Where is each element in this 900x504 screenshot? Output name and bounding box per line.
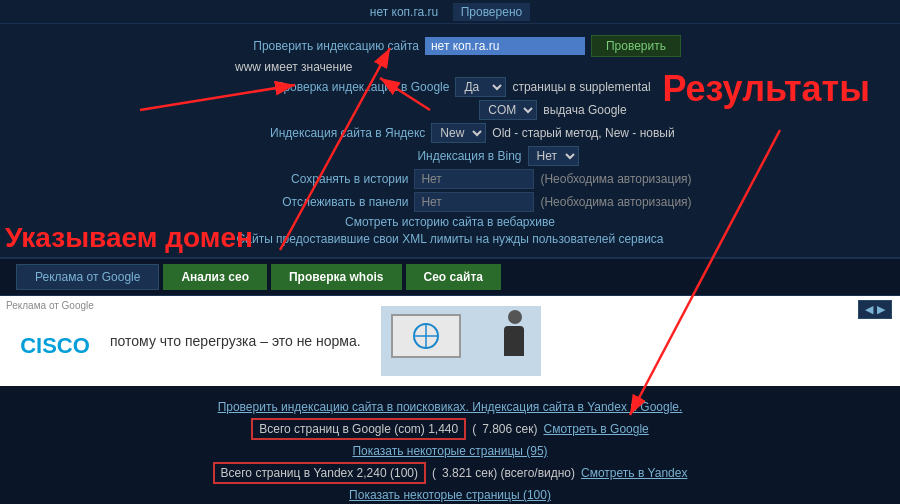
google-pages-link[interactable]: Показать некоторые страницы (95) (352, 444, 547, 458)
supplemental-text: страницы в supplemental (512, 80, 650, 94)
results-section: Проверить индексацию сайта в поисковиках… (0, 386, 900, 504)
google-output-text: выдача Google (543, 103, 626, 117)
panel-input (414, 192, 534, 212)
google-results-box: Всего страниц в Google (com) 1,440 (251, 418, 466, 440)
yandex-link[interactable]: Смотреть в Yandex (581, 466, 687, 480)
google-results-text: Всего страниц в Google (com) 1,440 (259, 422, 458, 436)
google-time-val: 7.806 сек) (482, 422, 537, 436)
ukazyvayem-annotation: Указываем домен (5, 222, 253, 254)
google-check-label: Проверка индек..ации в Google (249, 80, 449, 94)
bing-row: Индексация в Bing Нет Да (20, 146, 880, 166)
google-pages-row: Показать некоторые страницы (95) (20, 444, 880, 458)
nav-tabs: Реклама от Google Анализ сео Проверка wh… (0, 258, 900, 296)
google-link[interactable]: Смотреть в Google (543, 422, 648, 436)
nav-tab-blank (10, 264, 12, 290)
top-bar-domain: нет коп.га.ru (370, 5, 438, 19)
history-row: Сохранять в истории (Необходима авториза… (20, 169, 880, 189)
bing-label: Индексация в Bing (322, 149, 522, 163)
tab-analiz[interactable]: Анализ сео (163, 264, 267, 290)
check-site-row: Проверить индексацию сайта Проверить (20, 35, 880, 57)
yandex-time: ( (432, 466, 436, 480)
google-results-row: Всего страниц в Google (com) 1,440 ( 7.8… (20, 418, 880, 440)
ad-banner: Реклама от Google CISCO потому что перег… (0, 296, 900, 386)
site-input[interactable] (425, 37, 585, 55)
google-yes-select[interactable]: Да Нет (455, 77, 506, 97)
yandex-time-val: 3.821 сек) (всего/видно) (442, 466, 575, 480)
ad-nav-next[interactable]: ▶ (877, 303, 885, 316)
history-label: Сохранять в истории (208, 172, 408, 186)
google-time: ( (472, 422, 476, 436)
bing-select[interactable]: Нет Да (528, 146, 579, 166)
tab-whois[interactable]: Проверка whois (271, 264, 402, 290)
check-button[interactable]: Проверить (591, 35, 681, 57)
old-new-text: Old - старый метод, New - новый (492, 126, 674, 140)
yandex-row: Индексация сайта в Яндекс New Old Old - … (20, 123, 880, 143)
yandex-results-row: Всего страниц в Yandex 2,240 (100) ( 3.8… (20, 462, 880, 484)
ad-image (381, 306, 541, 376)
yandex-pages-link[interactable]: Показать некоторые страницы (100) (349, 488, 551, 502)
verified-badge: Проверено (453, 3, 531, 21)
yandex-results-text: Всего страниц в Yandex 2,240 (100) (221, 466, 418, 480)
ad-nav-prev[interactable]: ◀ (865, 303, 873, 316)
com-select[interactable]: COM RU NET (479, 100, 537, 120)
tab-seo[interactable]: Сео сайта (406, 264, 501, 290)
ad-label: Реклама от Google (6, 300, 94, 311)
rezultaty-annotation: Результаты (662, 68, 870, 110)
yandex-label: Индексация сайта в Яндекс (225, 126, 425, 140)
top-bar: нет коп.га.ru Проверено (0, 0, 900, 24)
panel-note: (Необходима авторизация) (540, 195, 691, 209)
yandex-results-box: Всего страниц в Yandex 2,240 (100) (213, 462, 426, 484)
panel-label: Отслеживать в панели (208, 195, 408, 209)
www-label: www имеет значение (235, 60, 353, 74)
history-note: (Необходима авторизация) (540, 172, 691, 186)
history-input (414, 169, 534, 189)
panel-row: Отслеживать в панели (Необходима авториз… (20, 192, 880, 212)
ad-text: потому что перегрузка – это не норма. (110, 333, 361, 349)
yandex-select[interactable]: New Old (431, 123, 486, 143)
check-site-label: Проверить индексацию сайта (219, 39, 419, 53)
yandex-pages-row: Показать некоторые страницы (100) (20, 488, 880, 502)
tab-reklama[interactable]: Реклама от Google (16, 264, 159, 290)
archive-link[interactable]: Смотреть историю сайта в вебархиве (345, 215, 555, 229)
results-title[interactable]: Проверить индексацию сайта в поисковиках… (20, 400, 880, 414)
cisco-logo: CISCO (20, 333, 90, 359)
